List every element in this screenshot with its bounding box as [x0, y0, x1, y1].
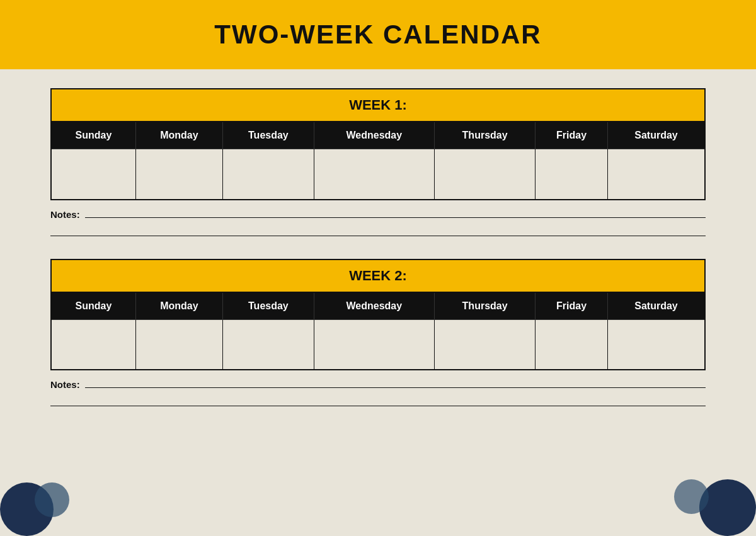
week1-label: WEEK 1: — [51, 89, 705, 122]
week1-friday-cell[interactable] — [536, 149, 608, 200]
week1-thursday-cell[interactable] — [435, 149, 536, 200]
week2-notes-line1: Notes: — [50, 377, 706, 390]
week1-day-headers: Sunday Monday Tuesday Wednesday Thursday… — [51, 122, 705, 149]
main-content: WEEK 1: Sunday Monday Tuesday Wednesday … — [0, 69, 756, 448]
week2-monday-cell[interactable] — [135, 319, 222, 370]
week2-wednesday-cell[interactable] — [314, 319, 434, 370]
circle-small-right — [674, 479, 709, 514]
week1-notes-line1: Notes: — [50, 207, 706, 220]
circle-large-right — [699, 479, 756, 536]
circle-small-left — [35, 482, 69, 517]
week2-saturday-cell[interactable] — [608, 319, 705, 370]
week2-wednesday-header: Wednesday — [314, 292, 434, 320]
week2-section: WEEK 2: Sunday Monday Tuesday Wednesday … — [50, 259, 706, 412]
week1-wednesday-cell[interactable] — [314, 149, 434, 200]
week1-notes-section: Notes: — [50, 207, 706, 241]
week1-tuesday-header: Tuesday — [223, 122, 314, 149]
week2-sunday-cell[interactable] — [51, 319, 135, 370]
deco-bottom-left — [0, 473, 76, 536]
week2-header-row: WEEK 2: — [51, 259, 705, 292]
week2-monday-header: Monday — [135, 292, 222, 320]
week2-label: WEEK 2: — [51, 259, 705, 292]
week2-notes-line2[interactable] — [50, 395, 706, 406]
week1-section: WEEK 1: Sunday Monday Tuesday Wednesday … — [50, 88, 706, 241]
week1-monday-cell[interactable] — [135, 149, 222, 200]
week1-saturday-header: Saturday — [608, 122, 705, 149]
week2-friday-header: Friday — [536, 292, 608, 320]
week2-thursday-header: Thursday — [435, 292, 536, 320]
week1-content-row — [51, 149, 705, 200]
week1-notes-line2[interactable] — [50, 225, 706, 236]
week2-notes-label: Notes: — [50, 379, 80, 390]
week2-saturday-header: Saturday — [608, 292, 705, 320]
page-header: TWO-WEEK CALENDAR — [0, 0, 756, 69]
week1-sunday-header: Sunday — [51, 122, 135, 149]
week2-thursday-cell[interactable] — [435, 319, 536, 370]
week2-friday-cell[interactable] — [536, 319, 608, 370]
week1-thursday-header: Thursday — [435, 122, 536, 149]
week2-content-row — [51, 319, 705, 370]
week1-wednesday-header: Wednesday — [314, 122, 434, 149]
week2-day-headers: Sunday Monday Tuesday Wednesday Thursday… — [51, 292, 705, 320]
week1-monday-header: Monday — [135, 122, 222, 149]
week1-header-row: WEEK 1: — [51, 89, 705, 122]
week2-notes-underline1[interactable] — [85, 377, 706, 388]
page-title: TWO-WEEK CALENDAR — [214, 20, 541, 50]
week1-notes-label: Notes: — [50, 209, 80, 220]
deco-bottom-right — [674, 473, 756, 536]
week1-notes-underline1[interactable] — [85, 207, 706, 218]
week1-sunday-cell[interactable] — [51, 149, 135, 200]
week2-tuesday-cell[interactable] — [223, 319, 314, 370]
week1-friday-header: Friday — [536, 122, 608, 149]
week1-saturday-cell[interactable] — [608, 149, 705, 200]
week2-notes-section: Notes: — [50, 377, 706, 411]
week1-tuesday-cell[interactable] — [223, 149, 314, 200]
week2-tuesday-header: Tuesday — [223, 292, 314, 320]
week1-table: WEEK 1: Sunday Monday Tuesday Wednesday … — [50, 88, 706, 200]
week2-sunday-header: Sunday — [51, 292, 135, 320]
week2-table: WEEK 2: Sunday Monday Tuesday Wednesday … — [50, 259, 706, 371]
